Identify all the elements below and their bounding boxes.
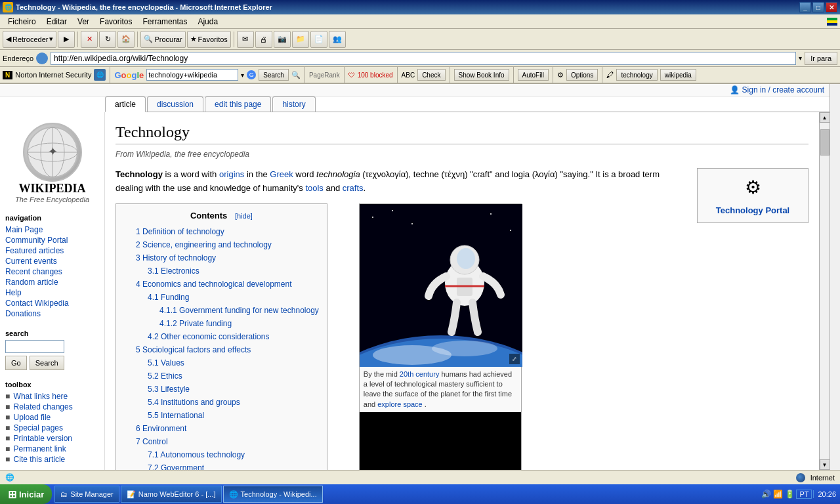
sidebar-item-help[interactable]: Help [5,287,99,298]
print-button[interactable]: 🖨 [255,31,272,48]
toc-link-4-1-1[interactable]: 4.1.1 Government funding for new technol… [159,306,319,315]
search-button[interactable]: 🔍 Procurar [140,31,185,48]
portal-link[interactable]: Technology Portal [716,205,789,215]
toc-link-5-2[interactable]: 5.2 Ethics [148,371,182,381]
toc-link-5-3[interactable]: 5.3 Lifestyle [148,385,190,394]
back-arrow-icon: ◀ [6,35,11,43]
toc-link-3-1[interactable]: 3.1 Electronics [148,266,200,276]
file-button[interactable]: 📄 [310,31,327,48]
toc-link-5-1[interactable]: 5.1 Values [148,358,184,368]
menu-favoritos[interactable]: Favoritos [94,16,137,28]
google-dropdown-icon[interactable]: ▾ [241,72,244,79]
sidebar-item-cite-article[interactable]: ■ Cite this article [5,454,99,465]
close-button[interactable]: ✕ [826,2,837,12]
check-button[interactable]: Check [417,69,445,81]
astronaut-svg [360,204,522,367]
toc-item-5-2: 5.2 Ethics [148,370,319,382]
scroll-up-button[interactable]: ▲ [820,112,830,123]
tab-history[interactable]: history [272,96,315,112]
signin-link[interactable]: Sign in / create account [742,85,824,94]
sidebar-item-what-links-here[interactable]: ■ What links here [5,391,99,402]
sidebar-item-random-article[interactable]: Random article [5,277,99,287]
media-button[interactable]: 📷 [274,31,291,48]
toc-link-4-1[interactable]: 4.1 Funding [148,293,189,302]
sidebar-item-special-pages[interactable]: ■ Special pages [5,423,99,433]
tab-discussion[interactable]: discussion [147,96,203,112]
address-input[interactable] [51,52,796,65]
refresh-button[interactable]: ↻ [99,31,116,48]
image-zoom-icon[interactable]: ⤢ [509,354,520,364]
toc-link-7[interactable]: 7 Control [136,437,168,446]
toc-link-7-1[interactable]: 7.1 Autonomous technology [148,450,245,459]
toc-link-4-2[interactable]: 4.2 Other economic considerations [148,332,269,341]
sidebar-item-donations[interactable]: Donations [5,308,99,319]
sidebar-item-printable-version[interactable]: ■ Printable version [5,433,99,444]
options-icon: ⚙ [557,71,564,79]
century-link[interactable]: 20th century [400,370,440,378]
norton-separator-8 [602,67,602,83]
taskbar-item-0[interactable]: 🗂 Site Manager [54,486,119,503]
folder-button[interactable]: 📁 [292,31,309,48]
menu-ver[interactable]: Ver [72,16,94,28]
toc-link-7-2[interactable]: 7.2 Government [148,463,204,470]
toc-link-5-4[interactable]: 5.4 Institutions and groups [148,398,240,407]
sidebar-item-upload-file[interactable]: ■ Upload file [5,412,99,423]
sidebar-item-contact-wikipedia[interactable]: Contact Wikipedia [5,298,99,308]
toc-link-5-5[interactable]: 5.5 International [148,411,204,420]
scroll-down-button[interactable]: ▼ [820,459,830,470]
toc-link-5[interactable]: 5 Sociological factors and effects [136,345,251,354]
tab-article[interactable]: article [105,96,146,112]
forward-button[interactable]: ▶ [58,31,75,48]
start-button[interactable]: ⊞ Iniciar [0,484,52,504]
favorites-button[interactable]: ★ Favoritos [187,31,231,48]
search-go-button[interactable]: Go [5,356,27,370]
sidebar-item-current-events[interactable]: Current events [5,256,99,266]
toc-link-3[interactable]: 3 History of technology [136,253,216,262]
related-changes-label: Related changes [14,402,73,411]
tools-link[interactable]: tools [305,183,323,193]
home-button[interactable]: 🏠 [117,31,135,48]
toc-link-4-1-2[interactable]: 4.1.2 Private funding [159,319,232,328]
sidebar-item-permanent-link[interactable]: ■ Permanent link [5,444,99,454]
menu-ajuda[interactable]: Ajuda [192,16,223,28]
scroll-thumb[interactable] [820,129,830,156]
menu-editar[interactable]: Editar [41,16,72,28]
sidebar-item-related-changes[interactable]: ■ Related changes [5,402,99,412]
sidebar-item-recent-changes[interactable]: Recent changes [5,266,99,277]
sidebar-item-main-page[interactable]: Main Page [5,224,99,235]
crafts-link[interactable]: crafts [343,183,364,193]
go-button[interactable]: Ir para [805,52,837,65]
google-search-button[interactable]: Search [259,69,289,81]
tab-edit[interactable]: edit this page [205,96,271,112]
maximize-button[interactable]: □ [812,2,824,12]
search-search-button[interactable]: Search [30,356,64,370]
search-input[interactable] [5,340,64,353]
options-button[interactable]: Options [566,69,598,81]
origins-link[interactable]: origins [219,169,244,179]
autofill-button[interactable]: AutoFill [518,69,549,81]
sidebar-item-community-portal[interactable]: Community Portal [5,235,99,245]
stop-button[interactable]: ✕ [81,31,98,48]
greek-link[interactable]: Greek [270,169,293,179]
mail-button[interactable]: ✉ [237,31,254,48]
toc-link-1[interactable]: 1 Definition of technology [136,227,224,236]
menu-ferramentas[interactable]: Ferramentas [137,16,192,28]
keyword-2[interactable]: wikipedia [660,69,696,81]
sidebar-item-featured-articles[interactable]: Featured articles [5,245,99,256]
toc-link-4[interactable]: 4 Economics and technological developmen… [136,280,292,289]
keyword-1[interactable]: technology [616,69,657,81]
showbookinfo-button[interactable]: Show Book Info [454,69,509,81]
google-search-input[interactable] [146,69,238,81]
space-link[interactable]: explore space [377,400,423,408]
taskbar-item-1[interactable]: 📝 Namo WebEditor 6 - [...] [121,486,222,503]
back-label: Retroceder [12,35,48,43]
users-button[interactable]: 👥 [329,31,346,48]
address-dropdown-icon[interactable]: ▾ [799,54,802,62]
menu-ficheiro[interactable]: Ficheiro [3,16,41,28]
toc-link-2[interactable]: 2 Science, engineering and technology [136,240,272,249]
minimize-button[interactable]: _ [799,2,811,12]
taskbar-item-2[interactable]: 🌐 Technology - Wikipedi... [223,486,323,503]
back-button[interactable]: ◀ Retroceder ▾ [3,31,56,48]
toc-hide-link[interactable]: [hide] [235,212,253,220]
toc-link-6[interactable]: 6 Environment [136,424,186,433]
